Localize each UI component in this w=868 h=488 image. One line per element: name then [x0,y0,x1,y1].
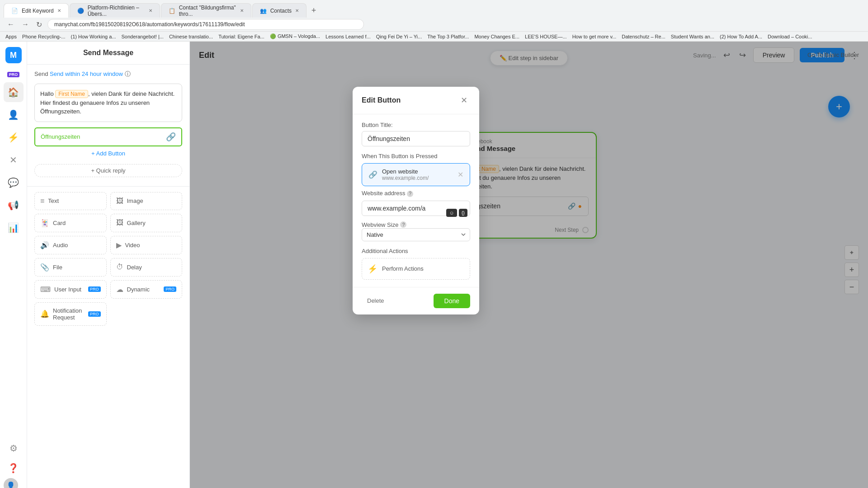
block-label: Image [127,197,143,204]
block-label: Card [53,220,66,226]
modal-footer: Delete Done [353,287,479,314]
action-card-content: Open website www.example.com/ [382,168,453,181]
block-label: Gallery [127,220,146,226]
new-tab-button[interactable]: + [307,4,320,17]
app-logo[interactable]: M [5,47,22,63]
card-icon: 🃏 [40,219,49,227]
variable-button[interactable]: {} [459,209,467,217]
block-delay[interactable]: ⏱ Delay [110,258,183,277]
bookmarks-bar: Apps Phone Recycling-... (1) How Working… [0,32,868,42]
button-label: Öffnungszeiten [41,133,80,140]
button-title-label: Button Title: [362,122,470,128]
lightning-icon: ⚡ [368,264,377,274]
panel-header: Send Message [27,42,189,65]
audio-icon: 🔊 [40,241,49,249]
sidebar-item-help[interactable]: ❓ [4,458,24,478]
reload-button[interactable]: ↻ [34,19,44,30]
sidebar-item-messages[interactable]: 💬 [4,173,24,192]
sidebar-item-contacts[interactable]: 👤 [4,105,24,125]
bookmark-qing[interactable]: Qing Fei De Yi – Yi... [376,34,422,39]
block-user-input[interactable]: ⌨ User Input PRO [34,280,107,299]
block-label: Video [125,242,140,249]
delete-button[interactable]: Delete [362,295,390,307]
within-24-link[interactable]: Send within 24 hour window [50,70,123,77]
block-video[interactable]: ▶ Video [110,236,183,254]
bookmark-top3[interactable]: The Top 3 Platfor... [427,34,469,39]
button-title-input[interactable] [362,131,470,146]
add-button-link[interactable]: + Add Button [34,146,182,160]
bookmark-lessons[interactable]: Lessons Learned f... [326,34,371,39]
block-audio[interactable]: 🔊 Audio [34,236,107,254]
sidebar-item-flows[interactable]: ⚡ [4,127,24,147]
pro-badge: PRO [7,72,20,77]
webview-size-label: Webview Size ? [362,221,406,228]
sidebar-item-broadcast[interactable]: 📢 [4,195,24,215]
bookmark-1how[interactable]: (1) How Working a... [71,34,116,39]
tab-contact[interactable]: 📋 Contact "Bildungsfirma" thro... ✕ [161,3,251,18]
tab-platform[interactable]: 🔵 Platform-Richtlinien – Übers... ✕ [70,3,160,18]
block-label: Dynamic [127,286,150,293]
bookmark-lee[interactable]: LEE'S HOUSE—... [525,34,567,39]
user-avatar[interactable]: 👤 [4,478,18,488]
modal-title: Edit Button [362,96,401,104]
sidebar-item-settings[interactable]: ⚙ [4,438,24,458]
browser-chrome: 📄 Edit Keyword ✕ 🔵 Platform-Richtlinien … [0,0,868,42]
action-close-icon[interactable]: ✕ [458,170,463,179]
done-button[interactable]: Done [434,294,470,308]
quick-reply-button[interactable]: + Quick reply [34,164,182,177]
tab-edit-keyword[interactable]: 📄 Edit Keyword ✕ [4,3,69,18]
bookmark-2how[interactable]: (2) How To Add A... [720,34,762,39]
tab-label: Contact "Bildungsfirma" thro... [179,5,236,17]
panel-title: Send Message [36,49,180,57]
block-notification[interactable]: 🔔 Notification Request PRO [34,302,107,326]
address-bar[interactable]: manychat.com/fb198150208192O618/automati… [47,19,364,30]
tab-contacts[interactable]: 👥 Contacts ✕ [252,3,307,18]
text-icon: ≡ [40,197,44,205]
block-dynamic[interactable]: ☁ Dynamic PRO [110,280,183,299]
close-icon[interactable]: ✕ [149,8,152,13]
sidebar-item-integrations[interactable]: ✕ [4,150,24,170]
button-preview[interactable]: Öffnungszeiten 🔗 [34,127,182,146]
bookmark-download[interactable]: Download – Cooki... [768,34,812,39]
dynamic-icon: ☁ [116,285,123,294]
block-label: Delay [127,264,142,271]
block-file[interactable]: 📎 File [34,258,107,277]
back-button[interactable]: ← [5,19,16,29]
bookmark-apps[interactable]: Apps [5,34,17,39]
webview-size-select[interactable]: Native Compact Tall Full [362,228,470,241]
block-card[interactable]: 🃏 Card [34,214,107,232]
bookmark-student[interactable]: Student Wants an... [671,34,714,39]
bookmark-daten[interactable]: Datenschutz – Re... [622,34,665,39]
forward-button[interactable]: → [20,19,31,29]
info-icon: ? [400,221,406,228]
modal-overlay: Edit Button ✕ Button Title: When This Bu… [190,42,868,488]
block-gallery[interactable]: 🖼 Gallery [110,214,183,232]
close-icon[interactable]: ✕ [240,8,244,13]
sidebar-item-home[interactable]: 🏠 [4,82,24,102]
additional-actions-label: Additional Actions [362,248,470,254]
close-icon[interactable]: ✕ [57,8,61,13]
block-text[interactable]: ≡ Text [34,192,107,210]
bookmark-tutorial[interactable]: Tutorial: Eigene Fa... [218,34,264,39]
modal-close-button[interactable]: ✕ [458,94,470,107]
bookmark-sonder[interactable]: Sonderangebot! |... [122,34,164,39]
bookmark-money[interactable]: Money Changes E... [474,34,519,39]
block-image[interactable]: 🖼 Image [110,192,183,210]
bookmark-phone[interactable]: Phone Recycling-... [22,34,65,39]
close-icon[interactable]: ✕ [295,8,299,13]
link-icon: 🔗 [166,132,176,142]
modal-body: Button Title: When This Button is Presse… [353,114,479,287]
tab-label: Edit Keyword [22,8,54,14]
blocks-grid: ≡ Text 🖼 Image 🃏 Card 🖼 Gallery 🔊 Audio … [27,187,189,331]
bookmark-chinese[interactable]: Chinese translatio... [169,34,213,39]
edit-button-modal: Edit Button ✕ Button Title: When This Bu… [353,87,479,314]
perform-actions-label: Perform Actions [382,265,424,272]
bookmark-howmore[interactable]: How to get more v... [572,34,617,39]
emoji-button[interactable]: ☺ [446,209,457,217]
sidebar-item-analytics[interactable]: 📊 [4,218,24,238]
bookmark-gmsn[interactable]: 🟢 GMSN – Vologda... [270,33,320,39]
website-input-wrapper: ☺ {} [362,201,470,216]
block-label: Notification Request [53,307,85,321]
delay-icon: ⏱ [116,263,123,271]
perform-actions-button[interactable]: ⚡ Perform Actions [362,258,470,280]
